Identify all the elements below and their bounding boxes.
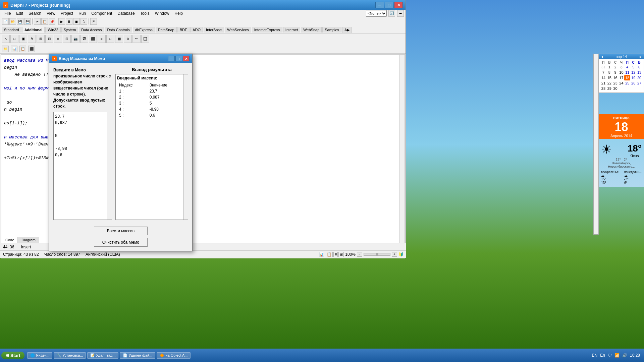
palette-tab-standard[interactable]: Standard [2,27,21,33]
palette-tab-internet[interactable]: Internet [283,27,300,33]
taskbar-item-1[interactable]: 🌐 Яндек... [27,352,53,359]
menu-edit[interactable]: Edit [13,10,26,16]
menu-component[interactable]: Component [89,10,115,16]
ide-maximize-button[interactable]: □ [385,2,393,8]
cal-day-2[interactable]: 2 [612,64,619,70]
zoom-slider[interactable] [364,253,390,256]
small-tb-4[interactable]: ⬛ [28,46,35,52]
clear-button[interactable]: Очистить оба Мемо [94,238,148,247]
palette-tab-webservices[interactable]: WebServices [225,27,251,33]
menu-database[interactable]: Database [115,10,137,16]
comp-15[interactable]: ✏ [132,35,141,43]
comp-7[interactable]: ⊟ [63,35,71,43]
zoom-icon-3[interactable]: ≡ [333,252,338,257]
start-button[interactable]: ⊞ Start [1,352,24,359]
zoom-icon-4[interactable]: ⊞ [338,252,344,257]
palette-tab-data-controls[interactable]: Data Controls [105,27,132,33]
copy-button[interactable]: 📋 [41,18,48,25]
taskbar-item-4[interactable]: 📄 Удален фай... [120,352,155,359]
menu-window[interactable]: Window [152,10,172,16]
cal-day-30[interactable]: 30 [612,86,619,91]
menu-file[interactable]: File [2,10,13,16]
dialog-close-button[interactable]: ✕ [183,56,190,61]
dialog-maximize-button[interactable]: □ [175,56,182,61]
ide-close-button[interactable]: ✕ [394,2,403,8]
cal-day-19[interactable]: 19 [630,75,636,80]
zoom-minus-button[interactable]: − [357,252,362,257]
palette-tab-dbexpress[interactable]: dbExpress [133,27,155,33]
cal-day-31[interactable]: 31 [600,64,606,70]
output-scrollbar[interactable] [183,74,188,220]
small-tb-3[interactable]: 📋 [19,46,26,52]
comp-arrow[interactable]: ↖ [2,35,10,43]
comp-8[interactable]: 📷 [71,35,79,43]
comp-5[interactable]: ⊡ [45,35,53,43]
none-dropdown[interactable]: <None> [366,10,387,17]
comp-9[interactable]: 🖼 [80,35,88,43]
comp-13[interactable]: ▦ [115,35,123,43]
palette-tab-ado[interactable]: ADO [190,27,203,33]
small-tb-2[interactable]: 📊 [11,46,17,52]
palette-tab-win32[interactable]: Win32 [45,27,60,33]
comp-6[interactable]: ◈ [54,35,62,43]
cal-day-27[interactable]: 27 [636,80,642,86]
run-button[interactable]: ▶ [58,18,65,25]
open-button[interactable]: 📂 [9,18,16,25]
palette-tab-bde[interactable]: BDE [177,27,190,33]
comp-12[interactable]: □ [106,35,114,43]
output-memo[interactable]: Введенный массив: Индекс Значение 1 : 23… [115,74,188,220]
save-button[interactable]: 💾 [17,18,23,25]
cal-day-11[interactable]: 11 [624,70,630,75]
cal-day-1[interactable]: 1 [606,64,612,70]
comp-1[interactable]: □ [10,35,18,43]
cut-button[interactable]: ✂ [34,18,41,25]
stop-button[interactable]: ⏹ [73,18,80,25]
cal-day-18-today[interactable]: 18 [624,75,630,80]
comp-10[interactable]: ⬛ [89,35,97,43]
cal-day-13[interactable]: 13 [636,70,642,75]
cal-day-26[interactable]: 26 [630,80,636,86]
palette-tab-internetexpress[interactable]: InternetExpress [252,27,282,33]
tab-code[interactable]: Code [2,237,18,243]
cal-day-21[interactable]: 21 [600,80,606,86]
paste-button[interactable]: 📌 [49,18,55,25]
comp-11[interactable]: ≡ [98,35,106,43]
cal-day-10[interactable]: 10 [619,70,625,75]
right-panel-scrollbar[interactable] [593,54,599,235]
palette-tab-websnap[interactable]: WebSnap [301,27,322,33]
cal-day-6[interactable]: 6 [636,64,642,70]
submit-button[interactable]: Ввести массив [94,227,148,235]
menu-run[interactable]: Run [76,10,89,16]
cal-day-16[interactable]: 16 [612,75,619,80]
memo-input-scrollbar[interactable] [107,112,112,220]
taskbar-item-3[interactable]: 📝 Удал. зад... [87,352,118,359]
toolbar-icon-2[interactable]: ➡ [397,10,404,17]
menu-project[interactable]: Project [58,10,76,16]
comp-4[interactable]: ⊞ [37,35,45,43]
cal-day-28[interactable]: 28 [600,86,606,91]
zoom-icon-1[interactable]: 📊 [318,252,325,257]
menu-tools[interactable]: Tools [138,10,152,16]
comp-14[interactable]: ⊕ [124,35,132,43]
comp-16[interactable]: 🔲 [141,35,149,43]
palette-tab-datasnap[interactable]: DataSnap [156,27,177,33]
cal-day-12[interactable]: 12 [630,70,636,75]
taskbar-item-5[interactable]: 🔶 на Object A... [157,352,191,359]
palette-tab-data-access[interactable]: Data Access [79,27,104,33]
comp-3[interactable]: A [28,35,36,43]
cal-day-22[interactable]: 22 [606,80,612,86]
pause-button[interactable]: ⏸ [66,18,72,25]
cal-day-3[interactable]: 3 [619,64,625,70]
cal-day-4[interactable]: 4 [624,64,630,70]
cal-day-17[interactable]: 17 [619,75,625,80]
palette-tab-interbase[interactable]: InterBase [204,27,224,33]
ide-minimize-button[interactable]: ─ [375,2,384,8]
cal-day-8[interactable]: 8 [606,70,612,75]
dialog-minimize-button[interactable]: ─ [168,56,175,61]
comp-2[interactable]: ▣ [19,35,27,43]
cal-day-5[interactable]: 5 [630,64,636,70]
cal-day-20[interactable]: 20 [636,75,642,80]
cal-day-7[interactable]: 7 [600,70,606,75]
cal-day-25[interactable]: 25 [624,80,630,86]
cal-day-24[interactable]: 24 [619,80,625,86]
